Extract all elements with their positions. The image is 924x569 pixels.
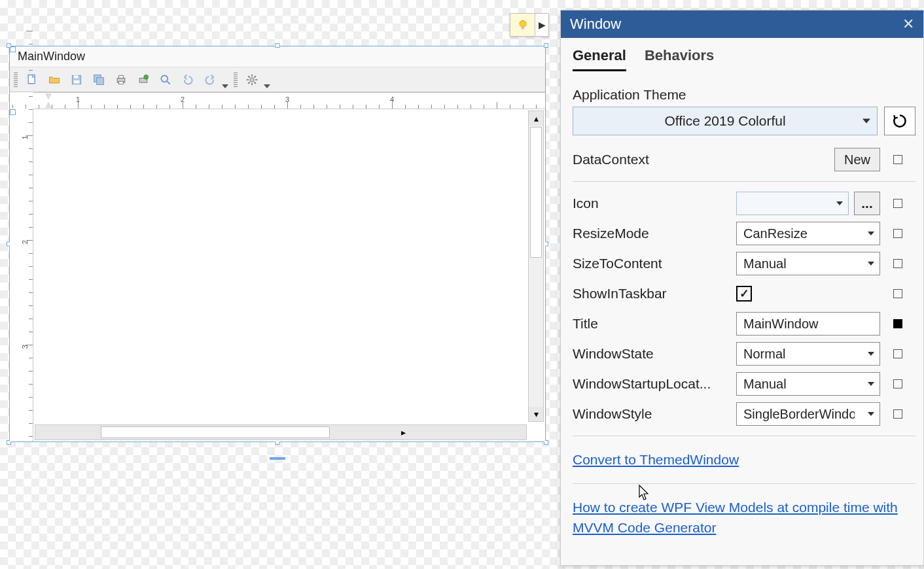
how-to-link[interactable]: How to create WPF View Models at compile… xyxy=(573,500,898,536)
icon-row: Icon ... xyxy=(573,188,915,218)
panel-tabs: General Behaviors xyxy=(561,38,923,71)
vertical-ruler[interactable]: 123 xyxy=(10,109,33,441)
chevron-down-icon xyxy=(868,352,874,356)
property-marker[interactable] xyxy=(893,409,902,419)
title-input[interactable]: MainWindow xyxy=(736,312,880,336)
scroll-up-icon[interactable]: ▴ xyxy=(529,111,543,126)
application-theme-value: Office 2019 Colorful xyxy=(664,113,785,129)
save-as-icon[interactable] xyxy=(90,71,108,89)
horizontal-scrollbar[interactable]: ◂ ▸ xyxy=(35,424,527,440)
overflow-dropdown-icon[interactable] xyxy=(222,84,228,88)
property-marker[interactable] xyxy=(893,349,902,358)
reset-theme-button[interactable] xyxy=(884,107,915,135)
print-preview-icon[interactable] xyxy=(134,71,152,89)
windowstartuplocation-select[interactable]: Manual xyxy=(736,372,880,396)
window-titlebar: MainWindow xyxy=(10,46,545,67)
property-marker[interactable] xyxy=(893,319,902,328)
property-marker[interactable] xyxy=(893,289,902,298)
icon-browse-button[interactable]: ... xyxy=(854,192,880,215)
windowstyle-select[interactable]: SingleBorderWindow xyxy=(736,402,880,426)
toolbar-grip[interactable] xyxy=(14,73,18,87)
ruler-label: 1 xyxy=(76,95,80,103)
showintaskbar-checkbox[interactable] xyxy=(736,286,752,302)
tab-general[interactable]: General xyxy=(573,47,626,71)
panel-header: Window ✕ xyxy=(561,10,923,38)
document-page[interactable]: ▴ ▾ ◂ ▸ xyxy=(33,109,545,441)
application-theme-select[interactable]: Office 2019 Colorful xyxy=(573,107,878,135)
windowstartuplocation-row: WindowStartupLocat... Manual xyxy=(573,369,915,399)
windowstate-select[interactable]: Normal xyxy=(736,342,880,366)
property-marker[interactable] xyxy=(893,155,902,164)
property-marker[interactable] xyxy=(893,259,902,268)
resizemode-value: CanResize xyxy=(743,226,808,241)
icon-label: Icon xyxy=(573,196,730,211)
toolbar-grip[interactable] xyxy=(234,73,238,87)
redo-icon[interactable] xyxy=(201,71,219,89)
zoom-icon[interactable] xyxy=(156,71,175,89)
sizetocontent-row: SizeToContent Manual xyxy=(573,249,915,279)
windowstyle-row: WindowStyle SingleBorderWindow xyxy=(573,399,915,429)
horizontal-ruler[interactable]: 1234 xyxy=(33,92,545,109)
ruler-label: 1 xyxy=(21,135,29,139)
scrollbar-thumb[interactable] xyxy=(101,426,330,438)
overflow-dropdown-icon[interactable] xyxy=(264,84,270,88)
datacontext-label: DataContext xyxy=(573,152,730,167)
selection-handle[interactable] xyxy=(275,43,280,48)
showintaskbar-row: ShowInTaskbar xyxy=(573,279,915,309)
svg-rect-2 xyxy=(28,75,35,83)
undo-icon[interactable] xyxy=(179,71,197,89)
resizemode-row: ResizeMode CanResize xyxy=(573,218,915,249)
selection-drag-bar[interactable] xyxy=(270,457,285,460)
scrollbar-thumb[interactable] xyxy=(530,127,542,258)
selection-handle[interactable] xyxy=(7,43,11,48)
selection-handle[interactable] xyxy=(544,43,548,48)
property-marker[interactable] xyxy=(893,229,902,238)
resizemode-select[interactable]: CanResize xyxy=(736,222,880,245)
svg-point-12 xyxy=(144,75,149,79)
hanging-indent-icon[interactable] xyxy=(45,101,52,108)
svg-line-22 xyxy=(248,82,250,84)
sizetocontent-select[interactable]: Manual xyxy=(736,252,880,275)
panel-title: Window xyxy=(570,16,621,33)
property-marker[interactable] xyxy=(893,379,902,388)
vertical-scrollbar[interactable]: ▴ ▾ xyxy=(528,111,544,422)
windowstyle-value: SingleBorderWindow xyxy=(743,407,855,422)
resizemode-label: ResizeMode xyxy=(573,226,730,241)
windowstyle-label: WindowStyle xyxy=(573,406,730,422)
showintaskbar-label: ShowInTaskbar xyxy=(573,286,730,302)
property-marker[interactable] xyxy=(893,199,902,208)
scroll-down-icon[interactable]: ▾ xyxy=(529,407,543,421)
svg-line-14 xyxy=(168,81,170,84)
svg-rect-7 xyxy=(97,77,104,84)
window-title: MainWindow xyxy=(18,50,85,63)
close-icon[interactable]: ✕ xyxy=(902,16,914,33)
ruler-label: 3 xyxy=(285,95,289,103)
tab-behaviors[interactable]: Behaviors xyxy=(645,47,714,71)
property-panel: Window ✕ General Behaviors Application T… xyxy=(560,10,924,566)
svg-rect-10 xyxy=(119,81,124,84)
svg-line-20 xyxy=(248,76,250,78)
smart-tag[interactable]: ▶ xyxy=(510,13,549,37)
chevron-down-icon xyxy=(862,119,870,124)
open-folder-icon[interactable] xyxy=(45,71,63,89)
new-datacontext-button[interactable]: New xyxy=(834,148,880,171)
new-document-icon[interactable] xyxy=(23,71,41,89)
svg-rect-4 xyxy=(74,75,79,78)
datacontext-row: DataContext New xyxy=(573,145,915,175)
sizetocontent-value: Manual xyxy=(743,256,787,271)
save-icon[interactable] xyxy=(67,71,86,89)
svg-point-15 xyxy=(250,77,255,82)
chevron-down-icon xyxy=(868,412,874,416)
designer-canvas[interactable]: MainWindow 1234 123 ▴ ▾ ◂ xyxy=(9,46,546,442)
lightbulb-icon xyxy=(510,14,535,36)
smart-tag-expand-icon[interactable]: ▶ xyxy=(535,14,548,36)
ruler-label: 4 xyxy=(390,95,394,103)
print-icon[interactable] xyxy=(112,71,130,89)
window-toolbar xyxy=(10,67,545,92)
windowstartuplocation-value: Manual xyxy=(743,377,787,392)
icon-select[interactable] xyxy=(736,192,849,215)
first-line-indent-icon[interactable] xyxy=(45,94,52,100)
convert-to-themedwindow-link[interactable]: Convert to ThemedWindow xyxy=(573,452,739,467)
gear-icon[interactable] xyxy=(243,71,261,89)
windowstate-value: Normal xyxy=(743,347,785,362)
